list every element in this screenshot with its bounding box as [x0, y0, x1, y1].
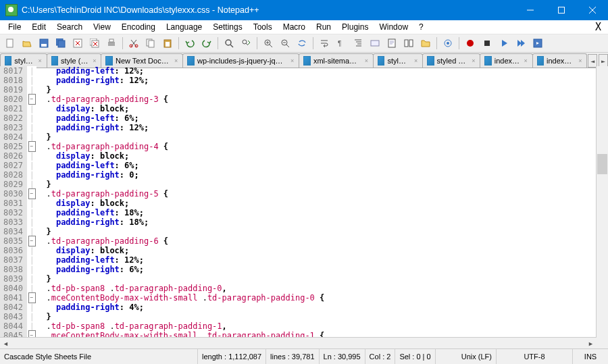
- tab-label: indexcc.php: [547, 57, 574, 65]
- tab-close-icon[interactable]: ×: [290, 57, 295, 64]
- cut-icon[interactable]: [126, 36, 141, 51]
- menu-search[interactable]: Search: [51, 21, 88, 33]
- tab-scroll-right[interactable]: ►: [599, 54, 608, 68]
- tab-xml-sitemap-xsl-php[interactable]: xml-sitemap-xsl.php×: [299, 53, 374, 68]
- tab-style-css[interactable]: style.css×: [0, 53, 47, 68]
- menu-settings[interactable]: Settings: [207, 21, 247, 33]
- file-icon: [303, 56, 311, 66]
- menu-file[interactable]: File: [3, 21, 26, 33]
- wrap-icon[interactable]: [317, 36, 332, 51]
- copy-icon[interactable]: [143, 36, 158, 51]
- zoom-in-icon[interactable]: [261, 36, 276, 51]
- lang-icon[interactable]: [368, 36, 382, 51]
- svg-rect-14: [149, 41, 154, 47]
- svg-rect-24: [405, 40, 408, 47]
- app-icon: [5, 4, 18, 16]
- sync-icon[interactable]: [295, 36, 309, 51]
- tab-close-icon[interactable]: ×: [364, 57, 369, 64]
- editor[interactable]: 8017801880198020802180228023802480258026…: [0, 66, 608, 68]
- menu-encoding[interactable]: Encoding: [116, 21, 161, 33]
- tab-indexcc-php[interactable]: indexcc.php×: [532, 53, 588, 68]
- menu-window[interactable]: Window: [374, 21, 413, 33]
- menu-tools[interactable]: Tools: [248, 21, 278, 33]
- tab-scroll-left[interactable]: ◄: [588, 54, 597, 68]
- tab-label: styled (2).css: [437, 57, 468, 65]
- tab-close-icon[interactable]: ×: [578, 57, 582, 64]
- tab-indexd-php[interactable]: indexd.php×: [480, 53, 532, 68]
- replace-icon[interactable]: [238, 36, 253, 51]
- tab-style--1--css[interactable]: style (1).css×: [47, 53, 102, 68]
- open-file-icon[interactable]: [20, 36, 34, 51]
- stop-icon[interactable]: [480, 36, 495, 51]
- menu-language[interactable]: Language: [161, 21, 207, 33]
- svg-rect-29: [484, 41, 490, 46]
- tab-wp-includes-js-jquery-jquery-1-12-4-js[interactable]: wp-includes-js-jquery-jquery-1.12.4.js×: [182, 53, 299, 68]
- monitor-icon[interactable]: [440, 36, 455, 51]
- save-icon[interactable]: [36, 36, 51, 51]
- tab-label: wp-includes-js-jquery-jquery-1.12.4.js: [197, 57, 286, 65]
- code-area[interactable]: padding-left: 12%; padding-right: 12%; }…: [36, 66, 596, 68]
- toolbar: ¶: [0, 34, 608, 53]
- titlebar[interactable]: C:\Users\TechinDroid INC\Downloads\style…: [0, 0, 608, 20]
- fold-marker[interactable]: │: [27, 66, 36, 68]
- tab-label: New Text Document.txt: [116, 57, 170, 65]
- tab-label: style (1).css: [61, 57, 88, 65]
- minimize-button[interactable]: [515, 0, 546, 20]
- undo-icon[interactable]: [182, 36, 197, 51]
- func-list-icon[interactable]: [401, 36, 416, 51]
- redo-icon[interactable]: [199, 36, 214, 51]
- tab-label: indexd.php: [495, 57, 520, 65]
- close-button[interactable]: [577, 0, 608, 20]
- svg-rect-9: [108, 42, 115, 46]
- all-chars-icon[interactable]: ¶: [334, 36, 349, 51]
- zoom-out-icon[interactable]: [278, 36, 293, 51]
- close-all-icon[interactable]: [87, 36, 102, 51]
- tab-close-icon[interactable]: ×: [413, 57, 418, 64]
- svg-rect-3: [41, 44, 47, 47]
- menu-edit[interactable]: Edit: [26, 21, 51, 33]
- svg-rect-22: [371, 41, 379, 46]
- record-icon[interactable]: [463, 36, 478, 51]
- tab-close-icon[interactable]: ×: [38, 57, 43, 64]
- file-icon: [187, 56, 195, 66]
- menu-close-doc[interactable]: X: [595, 21, 601, 33]
- menu-help[interactable]: ?: [413, 21, 429, 33]
- paste-icon[interactable]: [160, 36, 175, 51]
- find-icon[interactable]: [222, 36, 236, 51]
- tab-close-icon[interactable]: ×: [524, 57, 528, 64]
- menu-plugins[interactable]: Plugins: [336, 21, 374, 33]
- code-line[interactable]: padding-left: 12%;: [36, 66, 596, 68]
- menu-run[interactable]: Run: [311, 21, 336, 33]
- save-macro-icon[interactable]: [530, 36, 545, 51]
- menu-view[interactable]: View: [88, 21, 116, 33]
- tab-close-icon[interactable]: ×: [92, 57, 97, 64]
- file-icon: [5, 56, 11, 66]
- indent-guide-icon[interactable]: [351, 36, 365, 51]
- tab-styled--2--css[interactable]: styled (2).css×: [422, 53, 480, 68]
- save-all-icon[interactable]: [53, 36, 68, 51]
- menu-macro[interactable]: Macro: [278, 21, 311, 33]
- menubar: FileEditSearchViewEncodingLanguageSettin…: [0, 20, 608, 34]
- fold-margin[interactable]: │││−││││−││││−││││−│││││−│││−││: [27, 66, 36, 68]
- line-number: 8017: [0, 66, 23, 68]
- tab-label: style.css: [14, 57, 34, 65]
- play-icon[interactable]: [497, 36, 511, 51]
- svg-rect-5: [58, 41, 65, 47]
- maximize-button[interactable]: [546, 0, 577, 20]
- doc-map-icon[interactable]: [384, 36, 399, 51]
- tab-close-icon[interactable]: ×: [471, 57, 476, 64]
- tab-label: xml-sitemap-xsl.php: [313, 57, 361, 65]
- folder-icon[interactable]: [418, 36, 433, 51]
- svg-text:¶: ¶: [338, 40, 341, 47]
- file-icon: [105, 56, 113, 66]
- file-icon: [537, 56, 544, 66]
- print-icon[interactable]: [104, 36, 119, 51]
- svg-rect-16: [166, 42, 170, 47]
- vertical-scrollbar[interactable]: [596, 66, 608, 68]
- tab-new-text-document-txt[interactable]: New Text Document.txt×: [101, 53, 183, 68]
- play-multi-icon[interactable]: [513, 36, 528, 51]
- close-icon[interactable]: [70, 36, 85, 51]
- tab-styleff-css[interactable]: styleff.css×: [373, 53, 423, 68]
- new-file-icon[interactable]: [3, 36, 18, 51]
- tab-close-icon[interactable]: ×: [174, 57, 178, 64]
